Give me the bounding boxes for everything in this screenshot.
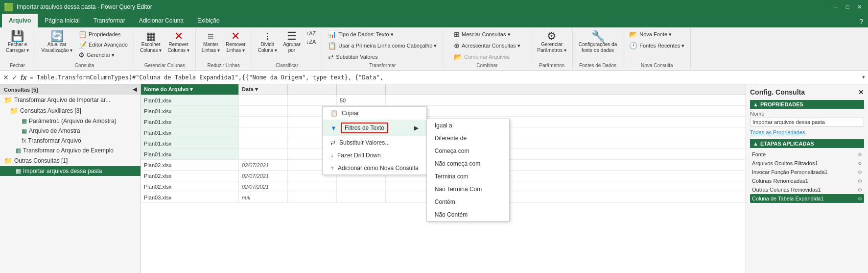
manter-linhas-button[interactable]: ≡ ManterLinhas ▾ [200,29,222,55]
cell-nome: Plan01.xlsx [141,149,239,159]
agrupar-button[interactable]: ☰ Agruparpor [281,29,303,55]
tab-transformar[interactable]: Transformar [87,14,132,27]
table-icon-3: ▦ [16,147,21,154]
drill-icon: ↓ [330,152,333,159]
step-coluna-tabela[interactable]: Coluna de Tabela Expandida1 ⚙ [750,194,864,203]
fx-icon[interactable]: fx [21,74,26,81]
sidebar-item-transformar-importar[interactable]: 📁 Transformar Arquivo de Importar ar... [0,95,141,105]
combinar-arquivos-button[interactable]: 📂 Combinar Arquivos [452,52,512,62]
context-menu-substituir[interactable]: ⇄ Substituir Valores... [323,136,426,149]
remover-linhas-button[interactable]: ✕ RemoverLinhas ▾ [224,29,248,55]
step-outras-colunas[interactable]: Outras Colunas Removidas1 ⚙ [750,185,864,194]
formula-bar: ✕ ✓ fx = Table.TransformColumnTypes(#"Co… [0,71,868,84]
tab-pagina-inicial[interactable]: Página Inicial [38,14,86,27]
step-invocar-funcao[interactable]: Invocar Função Personalizada1 ⚙ [750,168,864,176]
folder-icon-1: 📁 [4,96,12,104]
sidebar-item-transformar-exemplo[interactable]: ▦ Transformar o Arquivo de Exemplo [0,146,141,155]
help-icon[interactable]: ? [854,16,868,27]
cell-data [239,117,288,127]
step-gear-icon[interactable]: ⚙ [858,161,862,166]
usar-primeira-linha-button[interactable]: 📋 Usar a Primeira Linha como Cabeçalho ▾ [326,41,439,50]
fontes-recentes-button[interactable]: 🕐 Fontes Recentes ▾ [627,41,686,50]
formula-expand-icon[interactable]: ▾ [862,74,865,80]
ribbon-group-nova-consulta: 📂 Nova Fonte ▾ 🕐 Fontes Recentes ▾ Nova … [623,28,691,69]
recent-icon: 🕐 [629,42,637,50]
sidebar-item-transformar-arquivo[interactable]: fx Transformar Arquivo [0,136,141,146]
col-header-col4[interactable] [337,84,386,95]
submenu-contem[interactable]: Contém [427,196,509,208]
substituir-valores-button[interactable]: ⇄ Substituir Valores [326,52,379,62]
fechar-carregar-button[interactable]: 💾 Fechar eCarregar ▾ [4,29,31,55]
sort-za-button[interactable]: ↓ZA [305,38,318,46]
col-header-nome[interactable]: Nome do Arquivo ▾ [141,84,239,95]
right-panel-close-icon[interactable]: ✕ [858,88,864,96]
submenu-nao-contem[interactable]: Não Contém [427,208,509,221]
sidebar-item-importar-pasta[interactable]: ▦ Importar arquivos dessa pasta [0,166,141,176]
step-gear-icon[interactable]: ⚙ [858,152,862,157]
merge-icon: ⊞ [454,30,460,38]
minimize-button[interactable]: ─ [831,2,841,12]
step-fonte[interactable]: Fonte ⚙ [750,150,864,159]
dividir-coluna-button[interactable]: ⫶ DividirColuna ▾ [256,29,279,55]
maximize-button[interactable]: □ [843,2,852,12]
nova-fonte-button[interactable]: 📂 Nova Fonte ▾ [627,29,674,39]
sidebar-item-consultas-auxiliares[interactable]: 📁 Consultas Auxiliares [3] [0,105,141,116]
ribbon-group-linhas: ≡ ManterLinhas ▾ ✕ RemoverLinhas ▾ Reduz… [196,28,252,69]
gerenciar-button[interactable]: ⚙ Gerenciar ▾ [76,50,130,60]
replace-icon: ⇄ [328,53,334,61]
escolher-colunas-button[interactable]: ▦ EscolherColunas ▾ [138,29,164,55]
sidebar-item-parametro1[interactable]: ▦ Parâmetro1 (Arquivo de Amostra) [0,116,141,126]
name-value[interactable]: Importar arquivos dessa pasta [750,118,864,126]
context-menu-filtros[interactable]: ▼ Filtros de Texto ▶ [323,120,426,136]
mesclar-consultas-button[interactable]: ⊞ Mesclar Consultas ▾ [452,29,513,39]
context-menu-drill[interactable]: ↓ Fazer Drill Down [323,149,426,162]
sidebar-collapse-icon[interactable]: ◀ [133,86,137,93]
tab-adicionar-coluna[interactable]: Adicionar Coluna [132,14,190,27]
func-icon: fx [22,137,26,144]
sidebar-item-label: Transformar Arquivo [28,137,81,144]
step-gear-icon[interactable]: ⚙ [858,187,862,193]
cell-nome: Plan01.xlsx [141,95,239,105]
formula-input[interactable]: = Table.TransformColumnTypes(#"Coluna de… [29,74,859,81]
submenu-nao-comeca-com[interactable]: Não começa com [427,157,509,170]
submenu-termina-com[interactable]: Termina com [427,170,509,183]
cancel-formula-icon[interactable]: ✕ [3,74,9,81]
atualizar-button[interactable]: 🔄 AtualizarVisualização ▾ [39,29,74,55]
submenu-igual-a[interactable]: Igual a [427,119,509,132]
sidebar-item-arquivo-amostra[interactable]: ▦ Arquivo de Amostra [0,126,141,136]
submenu-arrow-icon: ▶ [414,124,419,131]
submenu-comeca-com[interactable]: Começa com [427,145,509,157]
confirm-formula-icon[interactable]: ✓ [12,74,18,81]
remover-colunas-button[interactable]: ✕ RemoverColunas ▾ [165,29,191,55]
tab-arquivo[interactable]: Arquivo [2,14,38,27]
step-arquivos-ocultos[interactable]: Arquivos Ocultos Filtrados1 ⚙ [750,159,864,168]
sort-az-button[interactable]: ↑AZ [305,29,318,37]
tipo-dados-button[interactable]: 📊 Tipo de Dados: Texto ▾ [326,29,395,39]
cell-nome: Plan02.xlsx [141,160,239,170]
header-icon: 📋 [328,42,336,50]
datasource-icon: 🔧 [591,31,605,42]
all-properties-link[interactable]: Todas as Propriedades [750,129,864,135]
submenu-diferente-de[interactable]: Diferente de [427,132,509,145]
context-menu-add-consulta[interactable]: + Adicionar como Nova Consulta [323,162,426,174]
properties-header-label: PROPRIEDADES [760,101,803,107]
step-gear-icon[interactable]: ⚙ [858,170,862,175]
tab-exibicao[interactable]: Exibição [190,14,226,27]
col-header-data[interactable]: Data ▾ [239,84,288,95]
step-gear-icon[interactable]: ⚙ [858,178,862,184]
step-gear-icon[interactable]: ⚙ [858,196,862,201]
save-icon: 💾 [11,31,24,42]
cell-nome: Plan03.xlsx [141,192,239,202]
sidebar-item-outras-consultas[interactable]: 📁 Outras Consultas [1] [0,155,141,166]
propriedades-button[interactable]: 📋 Propriedades [76,29,130,39]
remove-col-icon: ✕ [174,31,183,42]
close-button[interactable]: ✕ [854,2,864,12]
context-menu-copiar[interactable]: 📋 Copiar [323,107,426,120]
submenu-nao-termina-com[interactable]: Não Termina Com [427,183,509,196]
step-colunas-renomeadas[interactable]: Colunas Renomeadas1 ⚙ [750,176,864,185]
config-fonte-button[interactable]: 🔧 Configurações dafonte de dados [577,29,619,55]
editor-avancado-button[interactable]: 📝 Editor Avançado [76,40,130,50]
acrescentar-button[interactable]: ⊕ Acrescentar Consultas ▾ [452,41,522,50]
gerenciar-params-button[interactable]: ⚙ GerenciarParâmetros ▾ [535,29,568,55]
col-header-col3[interactable] [288,84,337,95]
